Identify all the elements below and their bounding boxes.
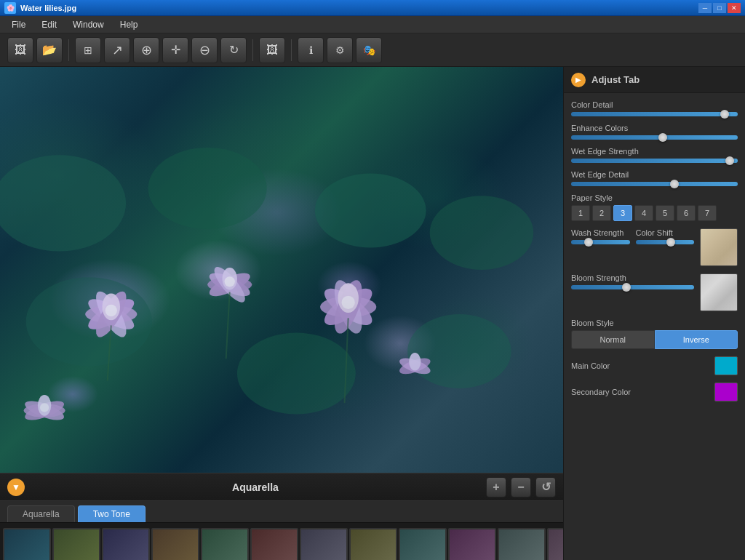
svg-point-6 — [407, 314, 511, 388]
list-item[interactable]: Style 24 — [547, 528, 563, 560]
menu-window[interactable]: Window — [65, 18, 111, 31]
paper-btn-5[interactable]: 5 — [656, 205, 674, 221]
wash-strength-slider[interactable] — [571, 240, 630, 244]
image-area: ▼ Aquarella + − ↺ Aquarella Two Tone 13 … — [0, 67, 563, 560]
svg-point-13 — [105, 305, 117, 316]
list-item[interactable]: 13 — [3, 528, 51, 560]
photo-button[interactable]: 🖼 — [7, 37, 33, 63]
menu-help[interactable]: Help — [113, 18, 146, 31]
effects-button[interactable]: 🎭 — [356, 37, 382, 63]
bloom-strength-slider[interactable] — [571, 285, 694, 289]
wet-edge-detail-row: Wet Edge Detail — [571, 170, 738, 186]
minimize-button[interactable]: ─ — [698, 3, 712, 13]
crop-button[interactable]: ⊞ — [75, 37, 101, 63]
svg-point-2 — [315, 174, 426, 248]
maximize-button[interactable]: □ — [713, 3, 726, 13]
pan-button[interactable]: ✛ — [162, 37, 188, 63]
list-item[interactable]: Style 21 — [399, 528, 447, 560]
menu-edit[interactable]: Edit — [34, 18, 64, 31]
menu-file[interactable]: File — [4, 18, 33, 31]
paper-btn-6[interactable]: 6 — [677, 205, 696, 221]
color-shift-slider[interactable] — [636, 240, 695, 244]
svg-point-31 — [40, 403, 49, 412]
thumbnail-img — [3, 528, 51, 560]
main-content: ▼ Aquarella + − ↺ Aquarella Two Tone 13 … — [0, 67, 745, 560]
image-bottom-bar: ▼ Aquarella + − ↺ — [0, 473, 563, 500]
color-shift-col: Color Shift — [636, 228, 695, 244]
thumbnail-img — [498, 528, 546, 560]
paper-btn-3[interactable]: 3 — [613, 205, 632, 221]
paper-btn-4[interactable]: 4 — [634, 205, 653, 221]
zoom-in-button[interactable]: ⊕ — [133, 37, 159, 63]
curve-button[interactable]: ↗ — [104, 37, 130, 63]
wash-color-row: Wash Strength Color Shift — [571, 228, 738, 266]
paper-style-buttons: 1 2 3 4 5 6 7 — [571, 205, 738, 221]
info-button[interactable]: ℹ — [298, 37, 324, 63]
wash-strength-label: Wash Strength — [571, 228, 630, 237]
main-color-swatch[interactable] — [714, 356, 738, 375]
list-item[interactable]: Style 15 — [102, 528, 150, 560]
main-color-row: Main Color — [571, 356, 738, 375]
list-item[interactable]: Style 23 — [498, 528, 546, 560]
wet-edge-strength-label: Wet Edge Strength — [571, 147, 738, 156]
secondary-color-row: Secondary Color — [571, 383, 738, 401]
minus-button[interactable]: − — [511, 477, 531, 497]
list-item[interactable]: Style 17 — [201, 528, 249, 560]
lily-svg — [0, 67, 563, 473]
list-item[interactable]: Style 18 — [250, 528, 298, 560]
thumbnail-img — [250, 528, 298, 560]
tab-two-tone[interactable]: Two Tone — [78, 505, 146, 522]
paper-btn-2[interactable]: 2 — [592, 205, 611, 221]
color-detail-label: Color Detail — [571, 100, 738, 109]
secondary-color-label: Secondary Color — [571, 388, 709, 396]
thumbnail-img — [547, 528, 563, 560]
color-detail-slider[interactable] — [571, 112, 738, 116]
paper-btn-1[interactable]: 1 — [571, 205, 590, 221]
bloom-style-row: Bloom Style Normal Inverse — [571, 319, 738, 349]
folder-button[interactable]: 📂 — [36, 37, 63, 63]
panel-content: Color Detail Enhance Colors Wet Edge Str… — [564, 93, 745, 560]
thumbnail-img — [300, 528, 348, 560]
list-item[interactable]: Style 20 — [349, 528, 397, 560]
wet-edge-strength-slider[interactable] — [571, 159, 738, 163]
list-item[interactable]: Style 22 — [448, 528, 496, 560]
thumbnail-img — [399, 528, 447, 560]
main-color-label: Main Color — [571, 361, 709, 370]
bloom-preview — [700, 273, 738, 311]
svg-point-1 — [148, 148, 267, 229]
right-panel: ▶ Adjust Tab Color Detail Enhance Colors — [563, 67, 745, 560]
thumbnail-img — [102, 528, 150, 560]
window-title: Water lilies.jpg — [20, 4, 694, 12]
close-button[interactable]: ✕ — [728, 3, 741, 13]
tab-aquarella[interactable]: Aquarella — [7, 505, 75, 522]
wash-col: Wash Strength — [571, 228, 630, 244]
svg-point-3 — [430, 196, 534, 270]
zoom-out-button[interactable]: ⊖ — [191, 37, 218, 63]
list-item[interactable]: Style 16 — [151, 528, 199, 560]
window-controls: ─ □ ✕ — [698, 3, 741, 13]
add-button[interactable]: + — [486, 477, 506, 497]
play-button[interactable]: ▶ — [571, 73, 586, 87]
toolbar: 🖼 📂 ⊞ ↗ ⊕ ✛ ⊖ ↻ 🖼 ℹ ⚙ 🎭 — [0, 33, 745, 67]
secondary-color-swatch[interactable] — [714, 383, 738, 401]
list-item[interactable]: Style 19 — [300, 528, 348, 560]
bloom-strength-row: Bloom Strength — [571, 273, 738, 311]
expand-button[interactable]: ▼ — [7, 479, 25, 496]
bloom-normal-button[interactable]: Normal — [571, 330, 655, 349]
svg-point-26 — [341, 296, 354, 309]
panel-header: ▶ Adjust Tab — [564, 67, 745, 93]
thumbnails-strip: 13 Style 14 Style 15 Style 16 Style 17 S… — [0, 522, 563, 560]
paper-btn-7[interactable]: 7 — [698, 205, 717, 221]
list-item[interactable]: Style 14 — [52, 528, 100, 560]
canvas-button[interactable]: 🖼 — [259, 37, 285, 63]
bloom-style-buttons: Normal Inverse — [571, 330, 738, 349]
separator-3 — [291, 39, 292, 61]
bloom-inverse-button[interactable]: Inverse — [655, 330, 738, 349]
settings-button[interactable]: ⚙ — [327, 37, 353, 63]
separator-2 — [252, 39, 253, 61]
refresh-button[interactable]: ↺ — [535, 477, 556, 497]
paper-style-label: Paper Style — [571, 193, 738, 202]
wet-edge-detail-slider[interactable] — [571, 182, 738, 186]
rotate-button[interactable]: ↻ — [220, 37, 247, 63]
enhance-colors-slider[interactable] — [571, 135, 738, 140]
